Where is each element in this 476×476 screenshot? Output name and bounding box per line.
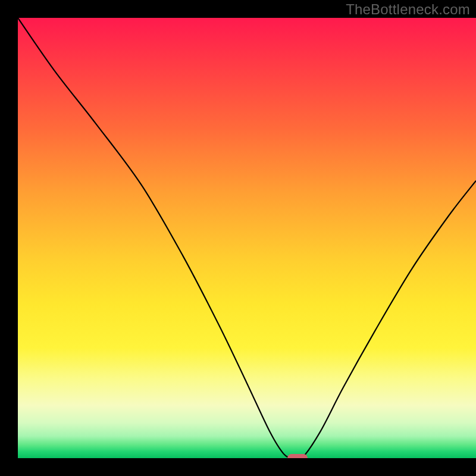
plot-area — [18, 18, 476, 458]
watermark-text: TheBottleneck.com — [346, 1, 470, 18]
chart-frame: TheBottleneck.com — [0, 0, 476, 476]
optimum-marker — [287, 454, 308, 458]
bottleneck-curve — [18, 18, 476, 458]
curve-path — [18, 18, 476, 458]
